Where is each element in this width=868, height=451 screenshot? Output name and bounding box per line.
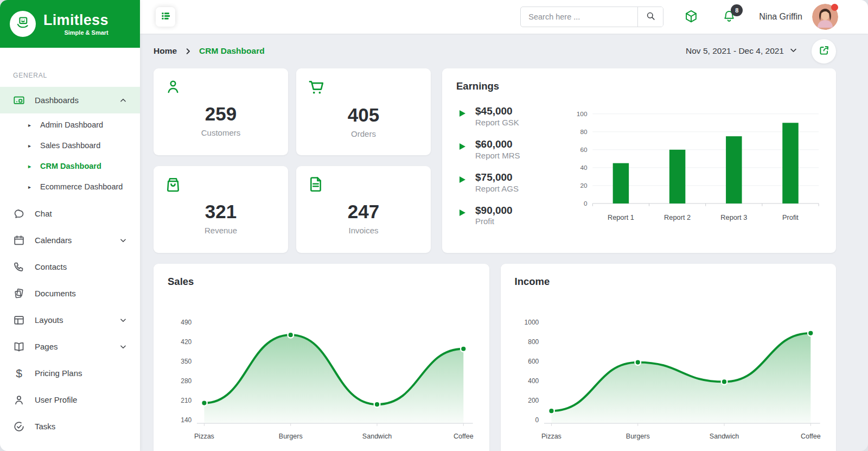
svg-text:100: 100 [577, 110, 588, 117]
hand-box-logo-icon [15, 15, 30, 33]
svg-text:Coffee: Coffee [454, 433, 474, 440]
income-area-chart: 02004006008001000PizzasBurgersSandwichCo… [515, 295, 822, 444]
svg-text:Coffee: Coffee [800, 433, 820, 440]
documents-icon [13, 288, 25, 300]
chevron-down-icon [789, 46, 797, 56]
invoice-icon [307, 176, 420, 195]
brand-tagline: Simple & Smart [43, 29, 108, 36]
svg-text:0: 0 [584, 200, 588, 207]
layout-icon [13, 314, 25, 326]
search-input[interactable] [521, 12, 637, 21]
sidebar-item-user-profile[interactable]: User Profile [0, 386, 140, 413]
dollar-icon: $ [13, 367, 25, 379]
user-name: Nina Griffin [759, 12, 802, 22]
svg-text:Pizzas: Pizzas [541, 433, 561, 440]
apps-cube-button[interactable] [684, 9, 698, 25]
stat-card-revenue: 321 Revenue [154, 166, 288, 253]
sidebar-subitem-ecommerce-dashboard[interactable]: ▸ Ecommerce Dashboard [0, 176, 140, 197]
subitem-label: Ecommerce Dashboard [40, 182, 123, 191]
legend-amount: $60,000 [475, 138, 520, 150]
svg-text:0: 0 [535, 416, 539, 424]
stats-grid: 259 Customers 405 Orders [154, 68, 431, 253]
triangle-bullet-icon: ▸ [28, 122, 31, 128]
sidebar-item-contacts[interactable]: Contacts [0, 253, 140, 280]
earnings-bar-chart: 020406080100Report 1Report 2Report 3Prof… [571, 107, 822, 237]
svg-text:800: 800 [528, 338, 539, 346]
svg-text:20: 20 [580, 182, 588, 189]
user-icon [13, 394, 25, 406]
svg-text:80: 80 [580, 128, 588, 135]
breadcrumb-current: CRM Dashboard [199, 46, 265, 56]
date-range-label: Nov 5, 2021 - Dec 4, 2021 [686, 46, 784, 56]
main-area: 8 Nina Griffin [140, 0, 868, 451]
sidebar-section-label: GENERAL [0, 72, 140, 79]
stat-value: 405 [307, 105, 420, 124]
sidebar-subitem-crm-dashboard[interactable]: ▸ CRM Dashboard [0, 156, 140, 176]
user-menu[interactable] [812, 4, 838, 30]
person-icon [164, 78, 277, 98]
svg-text:Sandwich: Sandwich [362, 433, 392, 440]
breadcrumb-actions: Nov 5, 2021 - Dec 4, 2021 [686, 39, 836, 63]
legend-item-profit: $90,000 Profit [458, 205, 571, 226]
svg-text:Profit: Profit [782, 213, 799, 221]
legend-item-report-ags: $75,000 Report AGS [458, 171, 571, 193]
income-title: Income [515, 276, 822, 288]
dashboards-submenu: ▸ Admin Dashboard ▸ Sales Dashboard ▸ CR… [0, 113, 140, 200]
top-widgets-row: 259 Customers 405 Orders [154, 68, 836, 253]
legend-label: Report GSK [475, 118, 519, 127]
sidebar-item-label: Tasks [35, 422, 127, 431]
legend-item-report-mrs: $60,000 Report MRS [458, 138, 571, 160]
sidebar-item-documents[interactable]: Documents [0, 280, 140, 307]
bottom-charts-row: Sales 140210280350420490PizzasBurgersSan… [154, 264, 836, 451]
svg-text:Burgers: Burgers [626, 433, 649, 440]
dashboards-icon [13, 94, 25, 106]
income-card: Income 02004006008001000PizzasBurgersSan… [501, 264, 837, 451]
sidebar-item-layouts[interactable]: Layouts [0, 307, 140, 333]
svg-text:60: 60 [580, 146, 588, 153]
sidebar-subitem-admin-dashboard[interactable]: ▸ Admin Dashboard [0, 115, 140, 135]
book-icon [13, 341, 25, 353]
sidebar-item-tasks[interactable]: Tasks [0, 413, 140, 440]
sidebar-subitem-sales-dashboard[interactable]: ▸ Sales Dashboard [0, 135, 140, 156]
triangle-bullet-icon: ▸ [28, 163, 31, 169]
status-dot [831, 4, 838, 11]
legend-item-report-gsk: $45,000 Report GSK [458, 105, 571, 127]
brand-text: Limitless Simple & Smart [43, 12, 108, 36]
play-triangle-icon [458, 209, 466, 219]
notification-badge: 8 [731, 4, 743, 16]
triangle-bullet-icon: ▸ [28, 184, 31, 190]
notifications-button[interactable]: 8 [722, 9, 736, 25]
export-share-button[interactable] [812, 39, 836, 63]
chevron-down-icon [119, 316, 127, 324]
chat-icon [13, 208, 25, 220]
sidebar-item-calendars[interactable]: Calendars [0, 227, 140, 253]
sidebar-item-label: Dashboards [35, 96, 110, 105]
svg-text:Pizzas: Pizzas [194, 433, 214, 440]
sidebar-toggle-button[interactable] [156, 7, 175, 27]
sidebar-item-pages[interactable]: Pages [0, 333, 140, 360]
sidebar-nav: Dashboards ▸ Admin Dashboard ▸ Sales Das… [0, 87, 140, 440]
sidebar: Limitless Simple & Smart GENERAL Dashboa… [0, 0, 140, 451]
legend-label: Profit [475, 217, 513, 226]
cube-icon [684, 9, 698, 25]
search-icon [646, 11, 656, 23]
sidebar-item-label: Pages [35, 342, 110, 351]
date-range-picker[interactable]: Nov 5, 2021 - Dec 4, 2021 [686, 46, 797, 56]
cart-icon [307, 78, 420, 99]
sidebar-item-pricing-plans[interactable]: $ Pricing Plans [0, 360, 140, 386]
stat-card-invoices: 247 Invoices [296, 166, 431, 253]
breadcrumb-home-link[interactable]: Home [154, 46, 177, 56]
sidebar-item-dashboards[interactable]: Dashboards [0, 87, 140, 113]
search-button[interactable] [637, 7, 663, 27]
breadcrumb: Home CRM Dashboard Nov 5, 2021 - Dec 4, … [154, 34, 836, 68]
topbar: 8 Nina Griffin [140, 0, 868, 34]
stat-label: Orders [307, 129, 420, 138]
svg-text:600: 600 [528, 358, 539, 365]
sidebar-item-chat[interactable]: Chat [0, 200, 140, 227]
svg-text:140: 140 [181, 416, 192, 424]
svg-text:420: 420 [181, 338, 192, 346]
subitem-label: CRM Dashboard [40, 162, 101, 170]
earnings-title: Earnings [456, 80, 822, 92]
svg-text:350: 350 [181, 358, 192, 365]
calendar-icon [13, 234, 25, 246]
